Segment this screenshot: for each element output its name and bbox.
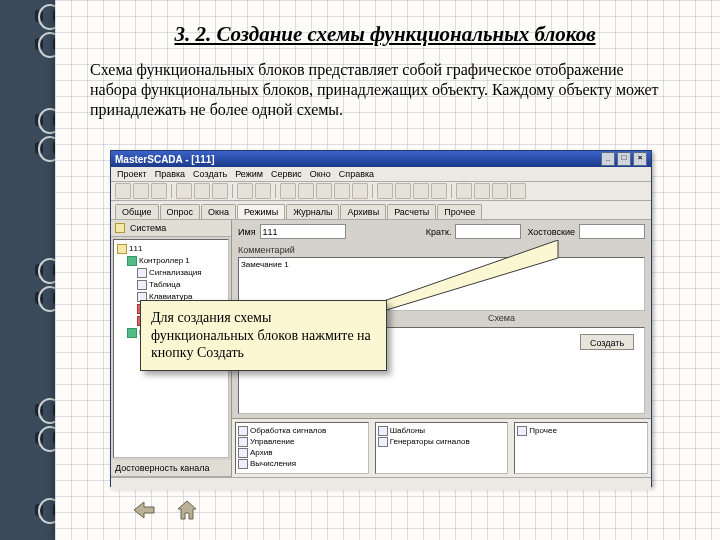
- toolbar-icon[interactable]: [151, 183, 167, 199]
- folder-icon: [117, 244, 127, 254]
- callout-box: Для создания схемы функциональных блоков…: [140, 300, 387, 371]
- host-input[interactable]: [579, 224, 645, 239]
- menu-item[interactable]: Режим: [235, 169, 263, 179]
- toolbar-icon[interactable]: [176, 183, 192, 199]
- maximize-button[interactable]: □: [617, 152, 631, 166]
- node-icon: [137, 268, 147, 278]
- tab[interactable]: Общие: [115, 204, 159, 219]
- folder-icon: [115, 223, 125, 233]
- svg-marker-1: [134, 502, 154, 518]
- left-pane-footer: Достоверность канала: [111, 460, 231, 477]
- svg-marker-0: [358, 240, 558, 315]
- item-icon: [378, 426, 388, 436]
- node-icon: [127, 328, 137, 338]
- name-input[interactable]: [260, 224, 346, 239]
- item-icon: [378, 437, 388, 447]
- label-short: Кратк.: [426, 227, 452, 237]
- tab-active[interactable]: Режимы: [237, 204, 285, 219]
- menu-item[interactable]: Проект: [117, 169, 147, 179]
- bottom-panel: Обработка сигналов Управление Архив Вычи…: [232, 418, 651, 477]
- toolbar-icon[interactable]: [510, 183, 526, 199]
- toolbar-icon[interactable]: [377, 183, 393, 199]
- svg-marker-2: [178, 501, 196, 519]
- item-icon: [517, 426, 527, 436]
- menu-bar: Проект Правка Создать Режим Сервис Окно …: [111, 167, 651, 182]
- toolbar-icon[interactable]: [474, 183, 490, 199]
- label-host: Хостовские: [527, 227, 575, 237]
- toolbar-icon[interactable]: [194, 183, 210, 199]
- item-icon: [238, 437, 248, 447]
- window-titlebar: MasterSCADA - [111] _ □ ×: [111, 151, 651, 167]
- toolbar-icon[interactable]: [431, 183, 447, 199]
- slide-paragraph: Схема функциональных блоков представляет…: [90, 60, 665, 120]
- toolbar-icon[interactable]: [212, 183, 228, 199]
- toolbar-icon[interactable]: [316, 183, 332, 199]
- toolbar-icon[interactable]: [492, 183, 508, 199]
- toolbar-icon[interactable]: [133, 183, 149, 199]
- toolbar-icon[interactable]: [456, 183, 472, 199]
- item-icon: [238, 459, 248, 469]
- tab[interactable]: Журналы: [286, 204, 339, 219]
- toolbar-icon[interactable]: [413, 183, 429, 199]
- tab-bar: Общие Опрос Окна Режимы Журналы Архивы Р…: [111, 201, 651, 220]
- node-icon: [137, 280, 147, 290]
- toolbar-icon[interactable]: [352, 183, 368, 199]
- tab[interactable]: Окна: [201, 204, 236, 219]
- menu-item[interactable]: Правка: [155, 169, 185, 179]
- item-icon: [238, 426, 248, 436]
- home-button[interactable]: [174, 498, 200, 522]
- toolbar-icon[interactable]: [395, 183, 411, 199]
- menu-item[interactable]: Окно: [310, 169, 331, 179]
- label-name: Имя: [238, 227, 256, 237]
- tab[interactable]: Расчеты: [387, 204, 436, 219]
- short-input[interactable]: [455, 224, 521, 239]
- toolbar-icon[interactable]: [255, 183, 271, 199]
- item-icon: [238, 448, 248, 458]
- toolbar-icon[interactable]: [237, 183, 253, 199]
- tab[interactable]: Архивы: [340, 204, 386, 219]
- minimize-button[interactable]: _: [601, 152, 615, 166]
- node-icon: [127, 256, 137, 266]
- bottom-col-left[interactable]: Обработка сигналов Управление Архив Вычи…: [235, 422, 369, 474]
- create-button[interactable]: Создать: [580, 334, 634, 350]
- left-pane-header: Система: [111, 220, 231, 237]
- status-bar: [111, 477, 651, 490]
- close-button[interactable]: ×: [633, 152, 647, 166]
- menu-item[interactable]: Сервис: [271, 169, 302, 179]
- toolbar: [111, 182, 651, 201]
- tab[interactable]: Прочее: [437, 204, 482, 219]
- slide-title: 3. 2. Создание схемы функциональных блок…: [85, 22, 685, 47]
- bottom-col-mid[interactable]: Шаблоны Генераторы сигналов: [375, 422, 509, 474]
- menu-item[interactable]: Создать: [193, 169, 227, 179]
- toolbar-icon[interactable]: [334, 183, 350, 199]
- window-title: MasterSCADA - [111]: [115, 154, 215, 165]
- toolbar-icon[interactable]: [280, 183, 296, 199]
- tab[interactable]: Опрос: [160, 204, 200, 219]
- toolbar-icon[interactable]: [115, 183, 131, 199]
- prev-arrow-button[interactable]: [130, 498, 158, 522]
- callout-text: Для создания схемы функциональных блоков…: [151, 310, 371, 360]
- menu-item[interactable]: Справка: [339, 169, 374, 179]
- toolbar-icon[interactable]: [298, 183, 314, 199]
- bottom-col-right[interactable]: Прочее: [514, 422, 648, 474]
